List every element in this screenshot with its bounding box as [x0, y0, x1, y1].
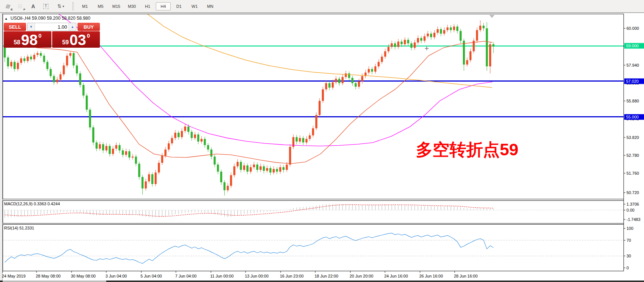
price-tick-label: 50.720 — [626, 190, 639, 195]
price-line-badge: 59.000 — [624, 43, 644, 49]
buy-price-box[interactable]: 59 03 0 — [52, 31, 100, 48]
macd-tick-label: 1.3706 — [626, 202, 639, 206]
time-axis-label: 30 May 08:00 — [71, 274, 96, 278]
price-tick-label: 55.880 — [626, 99, 639, 103]
volume-spinner: ▼ ▲ — [27, 23, 76, 31]
price-tick-label: 52.780 — [626, 153, 639, 158]
time-axis-label: 28 Jun 16:00 — [454, 274, 478, 278]
time-axis-label: 5 Jun 04:00 — [141, 274, 162, 278]
symbol-triangle-icon: ▲ — [4, 17, 8, 20]
one-click-trade-panel: SELL ▼ ▲ BUY 58 98 0 59 03 0 — [4, 23, 100, 48]
time-axis-label: 18 Jun 22:00 — [315, 274, 338, 278]
time-axis-label: 26 Jun 16:00 — [419, 274, 443, 278]
rsi-label: RSI(14) 51.2331 — [4, 226, 34, 230]
rsi-tick-label: 0 — [626, 266, 629, 270]
time-axis-label: 16 Jun 23:00 — [280, 274, 304, 278]
macd-panel-surface[interactable] — [3, 201, 623, 223]
rsi-tick-label: 30 — [626, 254, 631, 258]
mt4-window: E F A T ⇅ ▾ M1M5M15M30H1H4D1W1MN — [0, 0, 644, 282]
time-axis-label: 20 Jun 20:00 — [350, 274, 373, 278]
price-tick-label: 60.000 — [626, 26, 639, 31]
chart-annotation-text[interactable]: 多空转折点59 — [416, 139, 518, 161]
buy-price-sup: 0 — [87, 32, 90, 39]
macd-label: MACD(12,26,9) 0.3363 0.4244 — [4, 202, 60, 206]
time-axis-label: 7 Jun 04:00 — [175, 274, 197, 278]
sell-price-small: 58 — [14, 39, 20, 46]
time-axis-label: 24 May 2019 — [2, 274, 26, 278]
price-tick-label: 51.760 — [626, 171, 639, 175]
buy-price-small: 59 — [62, 39, 69, 46]
sell-price-big: 98 — [21, 32, 38, 47]
price-tick-label: 53.820 — [626, 135, 639, 140]
buy-button[interactable]: BUY — [78, 23, 100, 31]
price-line-badge: 57.020 — [624, 79, 644, 84]
rsi-panel-surface[interactable] — [3, 225, 623, 271]
rsi-tick-label: 100 — [626, 226, 633, 231]
sell-price-sup: 0 — [38, 32, 41, 39]
buy-price-big: 03 — [69, 32, 86, 47]
time-axis-label: 3 Jun 04:00 — [105, 274, 127, 278]
chart-symbol-header: ▲ USOil-,H4 59.090 59.200 58.820 58.980 — [4, 16, 90, 21]
sell-price-box[interactable]: 58 98 0 — [4, 31, 51, 48]
volume-decrease-button[interactable]: ▼ — [28, 23, 35, 31]
price-line-badge: 55.000 — [624, 114, 644, 120]
macd-tick-label: 0.00 — [626, 208, 634, 212]
volume-input[interactable] — [35, 23, 69, 31]
symbol-ohlc-text: USOil-,H4 59.090 59.200 58.820 58.980 — [10, 16, 90, 21]
volume-increase-button[interactable]: ▲ — [69, 23, 76, 31]
price-tick-label: 57.940 — [626, 63, 639, 67]
macd-tick-label: -1.7483 — [626, 217, 640, 222]
time-axis-label: 11 Jun 00:00 — [210, 274, 234, 278]
time-axis-label: 13 Jun 00:00 — [245, 274, 269, 278]
sell-button[interactable]: SELL — [4, 23, 26, 31]
rsi-tick-label: 70 — [626, 238, 631, 243]
time-axis-label: 24 Jun 16:00 — [384, 274, 408, 278]
time-axis-label: 28 May 08:00 — [36, 274, 61, 278]
